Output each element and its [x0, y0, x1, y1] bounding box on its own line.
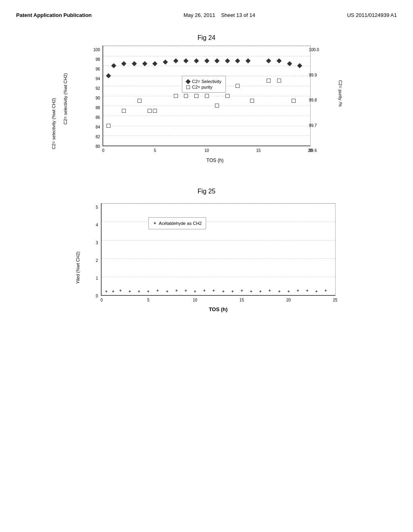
star-4: ✦: [128, 289, 131, 294]
fig24-y-left-label: C2= selectivity (%wt CH2): [63, 76, 68, 125]
star-25: ✦: [324, 288, 327, 293]
fig25-x-label: TOS (h): [101, 306, 336, 312]
fig25-chart: Yiled (%wt CH2) 0 1 2 3 4 5 ✦ ✦ ✦ ✦: [77, 203, 336, 312]
star-6: ✦: [146, 289, 150, 294]
fig24-chart: C2= selectivity (%wt CH2) 80 82 84 86 88…: [53, 46, 360, 164]
square-15: [277, 79, 281, 83]
header-left: Patent Application Publication: [16, 12, 92, 18]
diamond-7: [163, 59, 168, 64]
diamond-9: [184, 58, 189, 64]
star-21: ✦: [287, 289, 290, 294]
star-10: ✦: [184, 288, 188, 293]
tick-96: 96: [96, 67, 100, 71]
fig25-legend-label: Acétaldehyde as CH2: [159, 221, 202, 226]
diamond-14: [235, 58, 240, 64]
star-15: ✦: [231, 289, 234, 294]
star-24: ✦: [315, 289, 318, 294]
xtick-5: 5: [154, 148, 156, 153]
star-1: ✦: [104, 289, 108, 294]
diamond-19: [297, 63, 302, 69]
star-7: ✦: [156, 288, 159, 293]
star-19: ✦: [268, 288, 271, 293]
fig25-legend-item: ✦ Acétaldehyde as CH2: [153, 220, 202, 226]
star-23: ✦: [305, 288, 309, 293]
diamond-2: [111, 63, 116, 69]
tick-86: 86: [96, 115, 100, 120]
tick-82: 82: [96, 135, 100, 139]
rtick-99.7: 99.7: [309, 123, 317, 127]
star-9: ✦: [175, 288, 178, 293]
star-18: ✦: [259, 289, 262, 294]
header-right: US 2011/0124939 A1: [347, 12, 397, 18]
fig24-y-left-label-rotated: C2= selectivity (%wt CH2): [51, 98, 56, 149]
square-8: [194, 94, 198, 98]
header-date: May 26, 2011: [184, 12, 215, 18]
diamond-12: [215, 58, 220, 64]
fig24-title: Fig 24: [16, 34, 397, 42]
legend-label-2: C2= purity: [192, 85, 212, 89]
star-2: ✦: [111, 289, 115, 294]
square-12: [236, 84, 240, 88]
square-7: [184, 94, 188, 98]
fig24-plot-area: 80 82 84 86 88 90 92 94 96 98 100: [86, 46, 327, 163]
y25-3: 3: [96, 241, 98, 245]
tick-100: 100: [93, 48, 100, 52]
tick-88: 88: [96, 106, 100, 110]
y25-2: 2: [96, 258, 98, 263]
y25-0: 0: [96, 294, 98, 298]
star-14: ✦: [221, 289, 225, 294]
page-header: Patent Application Publication May 26, 2…: [16, 8, 397, 22]
star-11: ✦: [193, 289, 197, 294]
legend-star-icon: ✦: [153, 220, 157, 226]
square-16: [292, 99, 296, 103]
square-1: [106, 124, 111, 128]
xtick-0: 0: [102, 148, 104, 153]
rtick-99.6: 99.6: [309, 148, 317, 153]
xtick-10: 10: [204, 148, 209, 153]
square-6: [174, 94, 178, 98]
tick-98: 98: [96, 57, 100, 62]
fig24-y-ticks-left: 80 82 84 86 88 90 92 94 96 98 100: [86, 50, 102, 146]
star-16: ✦: [240, 288, 244, 293]
square-13: [250, 99, 254, 103]
square-10: [215, 104, 219, 108]
star-8: ✦: [165, 289, 169, 294]
fig24-y-right-label: C2= purity /%: [338, 80, 343, 107]
header-center: May 26, 2011 Sheet 13 of 14: [184, 12, 255, 18]
rtick-99.9: 99.9: [309, 73, 317, 77]
fig25-legend: ✦ Acétaldehyde as CH2: [148, 217, 206, 229]
legend-label-1: C2= Selectivity: [192, 79, 221, 84]
star-3: ✦: [119, 288, 122, 293]
tick-80: 80: [96, 144, 100, 149]
diamond-11: [204, 58, 209, 64]
square-14: [267, 79, 271, 83]
y25-5: 5: [96, 205, 98, 210]
x25-tick-10: 10: [193, 298, 197, 302]
x25-tick-20: 20: [286, 298, 291, 302]
x25-tick-0: 0: [100, 298, 103, 302]
tick-84: 84: [96, 125, 100, 129]
y25-4: 4: [96, 223, 98, 227]
tick-92: 92: [96, 86, 100, 91]
square-11: [225, 94, 229, 98]
rtick-99.8: 99.8: [309, 98, 317, 102]
diamond-15: [246, 58, 251, 64]
square-3: [138, 99, 142, 103]
diamond-16: [266, 58, 271, 64]
diamond-10: [194, 58, 199, 64]
x25-tick-5: 5: [147, 298, 150, 302]
x25-tick-15: 15: [240, 298, 244, 302]
diamond-8: [173, 58, 178, 64]
legend-item-2: C2= purity: [186, 85, 221, 89]
fig24-x-label: TOS (h): [102, 158, 327, 163]
star-13: ✦: [212, 288, 215, 293]
star-5: ✦: [137, 289, 141, 294]
square-4: [148, 109, 152, 113]
square-5: [153, 109, 157, 113]
fig24-plot-box: C2= Selectivity C2= purity 0 5 10 15 20: [102, 46, 311, 146]
xtick-15: 15: [256, 148, 261, 153]
rtick-100.0: 100.0: [309, 48, 319, 52]
star-12: ✦: [202, 288, 206, 293]
fig25-plot-box: ✦ ✦ ✦ ✦ ✦ ✦ ✦ ✦ ✦ ✦ ✦ ✦ ✦ ✦ ✦ ✦ ✦ ✦ ✦ ✦ …: [101, 203, 336, 296]
x25-tick-25: 25: [333, 298, 337, 302]
